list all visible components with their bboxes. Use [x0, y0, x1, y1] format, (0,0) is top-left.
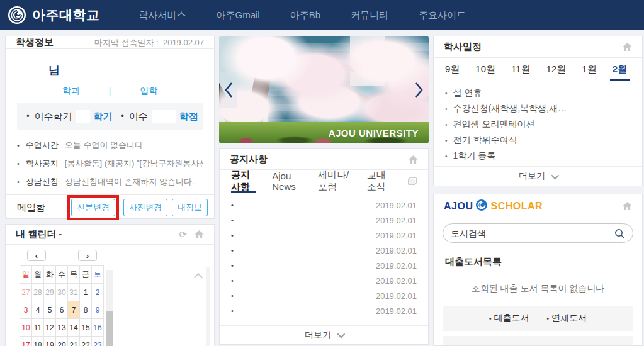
photo-change-button[interactable]: 사진변경 [123, 199, 167, 216]
schedule-item-text: 설 연휴 [453, 87, 482, 99]
open-new-window-icon[interactable] [408, 177, 417, 185]
mailbox-link[interactable]: 메일함 [17, 202, 45, 214]
day-cell[interactable]: 31 [68, 284, 80, 301]
main-menu: 학사서비스 아주Gmail 아주Bb 커뮤니티 주요사이트 [139, 9, 466, 21]
day-cell[interactable]: 3 [20, 301, 32, 319]
day-cell[interactable]: 19 [44, 337, 56, 346]
schedule-more-button[interactable]: 더보기 [434, 166, 642, 186]
calendar-prev-button[interactable]: ‹ [27, 250, 46, 261]
admission-link[interactable]: 입학 [140, 86, 157, 97]
campus-photo-carousel: AJOU UNIVERSITY [219, 36, 429, 143]
tab-ajou-news[interactable]: Ajou News [272, 170, 302, 193]
scroll-up-chevron-icon[interactable] [194, 271, 203, 280]
notice-list-item[interactable]: •2019.02.01 [231, 258, 417, 273]
day-cell[interactable]: 14 [68, 319, 80, 337]
day-cell[interactable]: 2 [92, 284, 104, 301]
day-cell[interactable]: 6 [56, 301, 68, 319]
day-cell[interactable]: 21 [68, 337, 80, 346]
schedule-item[interactable]: •1학기 등록 [445, 150, 631, 166]
calendar-next-button[interactable]: › [78, 250, 97, 261]
day-cell[interactable]: 8 [80, 301, 92, 319]
department-link[interactable]: 학과 [62, 86, 80, 97]
menu-academic-services[interactable]: 학사서비스 [139, 9, 186, 21]
notice-list-item[interactable]: •2019.02.01 [231, 243, 417, 258]
right-column: 학사일정 9월 10월 11월 12월 1월 2월 •설 연휴 •수강신청(재학… [433, 36, 643, 346]
notice-list: •2019.02.01 •2019.02.01 •2019.02.01 •201… [220, 193, 428, 325]
bullet-icon: • [445, 137, 448, 144]
carousel-next-icon[interactable] [411, 72, 427, 108]
day-cell[interactable]: 17 [20, 337, 32, 346]
menu-major-sites[interactable]: 주요사이트 [419, 9, 466, 21]
home-icon[interactable] [409, 155, 418, 164]
day-cell-today[interactable]: 7 [68, 301, 80, 319]
schedule-item-text: 1학기 등록 [453, 150, 496, 162]
day-cell[interactable]: 5 [44, 301, 56, 319]
bullet-icon: • [231, 216, 234, 224]
day-cell[interactable]: 13 [56, 319, 68, 337]
day-cell[interactable]: 11 [32, 319, 44, 337]
counseling-row[interactable]: • 상담신청 상담신청내역이 존재하지 않습니다. [17, 176, 203, 187]
day-cell[interactable]: 16 [92, 319, 104, 337]
day-cell[interactable]: 15 [80, 319, 92, 337]
identity-change-button[interactable]: 신분변경 [71, 199, 115, 216]
schedule-item[interactable]: •편입생 오리엔테이션 [445, 119, 631, 135]
menu-community[interactable]: 커뮤니티 [351, 9, 388, 21]
tab-campus-news[interactable]: 교내소식 [367, 170, 392, 193]
day-cell[interactable]: 9 [92, 301, 104, 319]
search-button[interactable] [614, 228, 625, 239]
book-search-input[interactable] [451, 228, 614, 238]
borrowed-books-link[interactable]: •대출도서 [489, 313, 529, 324]
notice-list-item[interactable]: •2019.02.01 [231, 198, 417, 213]
ajou-scholar-logo[interactable]: AJOU SCHOLAR [444, 199, 543, 214]
tab-november[interactable]: 11월 [511, 58, 531, 81]
home-icon[interactable] [195, 230, 204, 238]
tab-february[interactable]: 2월 [613, 58, 627, 81]
day-cell[interactable]: 27 [20, 284, 32, 301]
academic-notice-row[interactable]: • 학사공지 [봉사활동] (재공지) "[강남구자원봉사센터]… [17, 158, 203, 169]
day-cell[interactable]: 23 [92, 337, 104, 346]
class-time-row[interactable]: • 수업시간 오늘 수업이 없습니다 [17, 140, 203, 151]
day-cell[interactable]: 10 [20, 319, 32, 337]
my-info-button[interactable]: 내정보 [172, 199, 208, 216]
day-cell[interactable]: 18 [32, 337, 44, 346]
tab-december[interactable]: 12월 [546, 58, 567, 81]
menu-ajou-bb[interactable]: 아주Bb [290, 9, 320, 21]
schedule-item[interactable]: •설 연휴 [445, 87, 631, 103]
day-cell[interactable]: 30 [56, 284, 68, 301]
calendar-scrollbar-thumb[interactable] [106, 311, 113, 346]
calendar-header: 내 캘린더 - ⟳ [6, 225, 214, 245]
refresh-icon[interactable]: ⟳ [179, 230, 187, 239]
carousel-prev-icon[interactable] [220, 72, 237, 108]
panel-scrollbar-track[interactable] [206, 267, 210, 346]
day-cell[interactable]: 20 [56, 337, 68, 346]
day-cell[interactable]: 4 [32, 301, 44, 319]
schedule-item[interactable]: •전기 학위수여식 [445, 135, 631, 150]
notice-list-item[interactable]: •2019.02.01 [231, 273, 417, 288]
home-icon[interactable] [623, 43, 632, 51]
notice-list-item[interactable]: •2019.02.01 [231, 228, 417, 243]
menu-ajou-gmail[interactable]: 아주Gmail [217, 9, 260, 21]
tab-october[interactable]: 10월 [475, 58, 495, 81]
tab-notice[interactable]: 공지사항 [231, 170, 256, 193]
day-cell[interactable]: 1 [80, 284, 92, 301]
book-search-row [434, 218, 642, 248]
home-icon[interactable] [623, 202, 632, 210]
student-name-suffix: 님 [48, 63, 203, 78]
notice-list-item[interactable]: •2019.02.01 [231, 213, 417, 228]
academic-schedule-panel: 학사일정 9월 10월 11월 12월 1월 2월 •설 연휴 •수강신청(재학… [433, 36, 643, 186]
day-cell[interactable]: 22 [80, 337, 92, 346]
tab-january[interactable]: 1월 [582, 58, 596, 81]
day-cell[interactable]: 12 [44, 319, 56, 337]
overdue-books-link[interactable]: •연체도서 [547, 313, 587, 324]
notice-list-item[interactable]: •2019.02.01 [231, 303, 417, 318]
notice-list-item[interactable]: •2019.02.01 [231, 288, 417, 303]
schedule-item[interactable]: •수강신청(재학생,복학생,재… [445, 103, 631, 119]
tab-seminar-forum[interactable]: 세미나/포럼 [318, 170, 351, 193]
tab-september[interactable]: 9월 [445, 58, 460, 81]
notice-more-button[interactable]: 더보기 [220, 325, 428, 344]
day-cell[interactable]: 29 [44, 284, 56, 301]
day-cell[interactable]: 28 [32, 284, 44, 301]
library-notice-box[interactable]: 공지사항 서 반납 안내 [443, 336, 633, 346]
university-logo[interactable]: 아주대학교 [8, 6, 100, 25]
university-emblem-icon [8, 6, 26, 25]
